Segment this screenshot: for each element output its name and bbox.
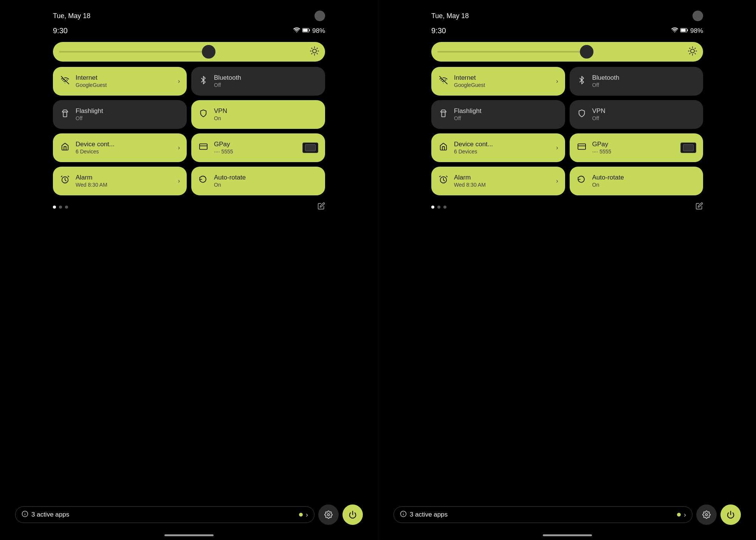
tile-subtitle: On [214, 115, 318, 122]
svg-point-21 [327, 514, 330, 516]
tile-subtitle: On [214, 181, 318, 188]
status-bar: Tue, May 18 [431, 0, 703, 25]
tile-title: Device cont... [76, 141, 173, 148]
tile-title: GPay [214, 141, 297, 148]
tile-subtitle: Off [214, 82, 318, 88]
svg-point-3 [313, 49, 316, 53]
active-apps-pill[interactable]: 3 active apps › [393, 506, 692, 523]
wifi-status-icon [293, 26, 300, 35]
tile-flashlight[interactable]: Flashlight Off [53, 100, 187, 129]
tile-internet[interactable]: Internet GoogleGuest › [53, 67, 187, 96]
tile-gpay[interactable]: GPay ···· 5555 [191, 133, 325, 162]
battery-percent: 98% [312, 27, 325, 35]
edit-icon[interactable] [696, 202, 703, 212]
svg-line-33 [689, 53, 690, 54]
tile-text: Device cont... 6 Devices [76, 141, 173, 155]
svg-rect-13 [200, 144, 207, 150]
alarm-icon [438, 176, 449, 186]
tile-text: VPN Off [592, 107, 697, 122]
flashlight-icon [438, 109, 449, 120]
status-icons: 98% [293, 26, 325, 35]
tile-device-control[interactable]: Device cont... 6 Devices › [53, 133, 187, 162]
tile-subtitle: GoogleGuest [454, 82, 551, 88]
edit-icon[interactable] [318, 202, 325, 212]
tile-title: Alarm [76, 174, 173, 181]
tile-alarm[interactable]: Alarm Wed 8:30 AM › [431, 167, 565, 195]
svg-rect-2 [309, 29, 310, 31]
tile-subtitle: 6 Devices [454, 148, 551, 155]
svg-line-16 [61, 176, 62, 177]
brightness-slider[interactable] [53, 42, 325, 62]
tile-subtitle: Wed 8:30 AM [76, 181, 173, 188]
wifi-status-icon [671, 26, 678, 35]
tile-arrow: › [556, 78, 558, 85]
svg-line-39 [440, 176, 441, 177]
info-icon [22, 511, 28, 519]
tile-text: GPay ···· 5555 [592, 141, 675, 155]
status-date: Tue, May 18 [53, 12, 90, 20]
tile-alarm[interactable]: Alarm Wed 8:30 AM › [53, 167, 187, 195]
brightness-handle [202, 45, 215, 59]
tile-autorotate[interactable]: Auto-rotate On [570, 167, 703, 195]
tile-subtitle: ···· 5555 [592, 148, 675, 155]
tile-title: VPN [592, 107, 697, 115]
tile-gpay[interactable]: GPay ···· 5555 [570, 133, 703, 162]
active-dot [677, 513, 681, 517]
tiles-grid: Internet GoogleGuest › Bluetooth Off Fla… [431, 67, 703, 195]
tile-text: GPay ···· 5555 [214, 141, 297, 155]
battery-status-icon [680, 27, 688, 35]
status-icons: 98% [671, 26, 703, 35]
card-icon [576, 142, 587, 153]
chevron-right-icon: › [684, 511, 686, 519]
tile-vpn[interactable]: VPN Off [570, 100, 703, 129]
svg-line-40 [446, 176, 447, 177]
tile-vpn[interactable]: VPN On [191, 100, 325, 129]
brightness-row[interactable] [431, 42, 703, 62]
tile-title: Device cont... [454, 141, 551, 148]
tile-flashlight[interactable]: Flashlight Off [431, 100, 565, 129]
brightness-handle [580, 45, 593, 59]
svg-line-17 [68, 176, 69, 177]
wifi-icon [438, 76, 449, 87]
status-time-row: 9:30 98% [53, 25, 325, 42]
active-apps-pill[interactable]: 3 active apps › [15, 506, 314, 523]
settings-button[interactable] [696, 504, 717, 525]
tile-subtitle: ···· 5555 [214, 148, 297, 155]
brightness-row[interactable] [53, 42, 325, 62]
tile-title: Flashlight [454, 107, 558, 115]
bluetooth-icon [576, 76, 587, 87]
tile-subtitle: On [592, 181, 697, 188]
rotate-icon [198, 176, 209, 186]
tile-text: Flashlight Off [76, 107, 180, 122]
settings-button[interactable] [318, 504, 339, 525]
tile-bluetooth[interactable]: Bluetooth Off [570, 67, 703, 96]
svg-point-26 [691, 49, 694, 53]
tile-internet[interactable]: Internet GoogleGuest › [431, 67, 565, 96]
gpay-card-icon [680, 142, 696, 153]
tile-autorotate[interactable]: Auto-rotate On [191, 167, 325, 195]
svg-line-7 [317, 53, 317, 54]
tile-text: Alarm Wed 8:30 AM [76, 174, 173, 189]
tile-text: VPN On [214, 107, 318, 122]
svg-line-34 [695, 48, 695, 48]
tile-title: Internet [76, 74, 173, 82]
power-button[interactable] [720, 504, 741, 525]
vpn-icon [198, 109, 209, 120]
pagination-dot-0 [53, 206, 56, 209]
tile-title: Internet [454, 74, 551, 82]
power-button[interactable] [342, 504, 363, 525]
camera-dot [692, 11, 703, 21]
wifi-icon [60, 76, 70, 87]
tile-subtitle: Off [454, 115, 558, 122]
tile-bluetooth[interactable]: Bluetooth Off [191, 67, 325, 96]
pagination-dots [53, 206, 68, 209]
tile-arrow: › [178, 78, 180, 85]
pagination-row [53, 201, 325, 212]
flashlight-icon [60, 109, 70, 120]
tile-text: Alarm Wed 8:30 AM [454, 174, 551, 189]
tile-subtitle: GoogleGuest [76, 82, 173, 88]
tile-title: VPN [214, 107, 318, 115]
tile-device-control[interactable]: Device cont... 6 Devices › [431, 133, 565, 162]
brightness-slider[interactable] [431, 42, 703, 62]
svg-line-6 [311, 48, 312, 48]
